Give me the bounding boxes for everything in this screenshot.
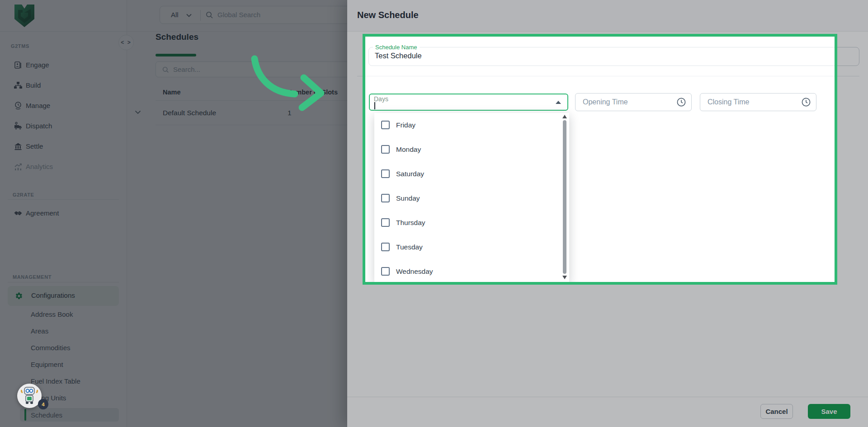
day-option-label: Monday: [396, 137, 421, 162]
opening-time-placeholder: Opening Time: [583, 94, 628, 111]
robot-avatar: [21, 386, 38, 405]
day-option-thursday[interactable]: Thursday: [374, 211, 569, 235]
day-option-monday[interactable]: Monday: [374, 137, 569, 162]
schedule-name-field[interactable]: [368, 47, 837, 66]
schedule-name-value: Test Schedule: [375, 52, 422, 60]
day-option-label: Tuesday: [396, 235, 423, 259]
checkbox-unchecked[interactable]: [381, 218, 390, 227]
highlighted-form-panel: Schedule Name Test Schedule Days Opening…: [363, 34, 837, 285]
day-option-label: Wednesday: [396, 259, 433, 284]
app-stage: G2TMS Engage Build: [0, 0, 868, 427]
dropdown-open-arrow-icon[interactable]: [556, 101, 561, 104]
checkbox-unchecked[interactable]: [381, 194, 390, 202]
checkbox-unchecked[interactable]: [381, 243, 390, 251]
days-label: Days: [374, 95, 388, 103]
clock-icon[interactable]: [676, 97, 686, 107]
day-option-wednesday[interactable]: Wednesday: [374, 259, 569, 284]
day-option-label: Friday: [396, 113, 415, 137]
days-dropdown-menu: Friday Monday Saturday Sunday Thursday T…: [374, 113, 569, 283]
clock-icon[interactable]: [801, 97, 811, 107]
scroll-up-arrow-icon[interactable]: [562, 115, 567, 118]
schedule-name-label: Schedule Name: [373, 44, 420, 51]
day-option-saturday[interactable]: Saturday: [374, 162, 569, 186]
scroll-down-arrow-icon[interactable]: [562, 276, 567, 279]
day-option-sunday[interactable]: Sunday: [374, 186, 569, 211]
day-option-tuesday[interactable]: Tuesday: [374, 235, 569, 259]
scrollbar-thumb[interactable]: [563, 120, 566, 274]
checkbox-unchecked[interactable]: [381, 169, 390, 178]
closing-time-placeholder: Closing Time: [708, 94, 749, 111]
day-option-label: Sunday: [396, 186, 420, 211]
closing-time-input[interactable]: Closing Time: [700, 93, 816, 111]
day-option-label: Thursday: [396, 211, 425, 235]
chatbot-launcher[interactable]: 4: [17, 384, 42, 408]
checkbox-unchecked[interactable]: [381, 267, 390, 276]
text-caret: [374, 102, 375, 109]
checkbox-unchecked[interactable]: [381, 145, 390, 154]
checkbox-unchecked[interactable]: [381, 121, 390, 129]
day-option-friday[interactable]: Friday: [374, 113, 569, 137]
day-option-label: Saturday: [396, 162, 424, 186]
notification-badge: 4: [38, 399, 48, 409]
days-multiselect-input[interactable]: Days: [369, 94, 568, 111]
dropdown-scrollbar[interactable]: [562, 113, 567, 283]
form-section-divider: [365, 76, 835, 76]
opening-time-input[interactable]: Opening Time: [575, 93, 692, 111]
